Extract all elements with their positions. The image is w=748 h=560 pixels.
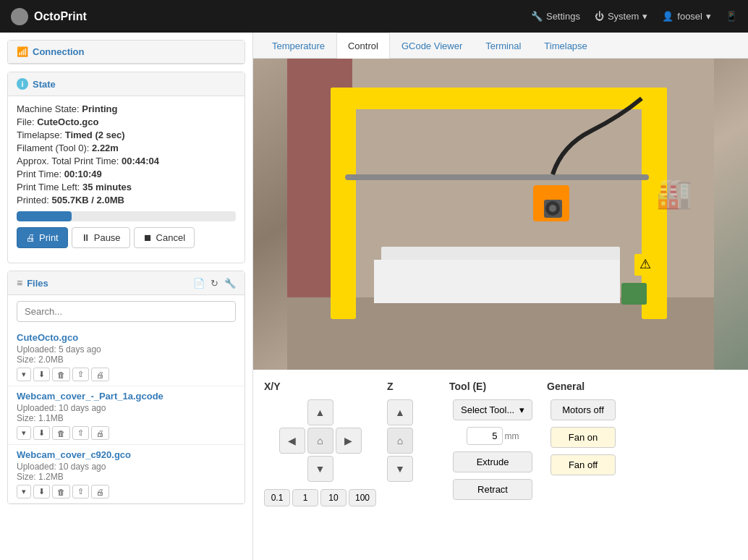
- brand: OctoPrint: [11, 8, 524, 25]
- file-action-download-1[interactable]: ⬇: [33, 368, 50, 381]
- file-action-share-1[interactable]: ⇧: [72, 368, 89, 381]
- file-row: File: CuteOcto.gco: [17, 116, 236, 127]
- xy-step-01[interactable]: 0.1: [264, 489, 290, 506]
- file-action-print-2[interactable]: 🖨: [91, 426, 109, 440]
- file-action-delete-3[interactable]: 🗑: [52, 485, 70, 499]
- user-chevron: ▾: [706, 11, 711, 22]
- printed-value: 505.7KB / 2.0MB: [51, 195, 124, 205]
- xy-step-10[interactable]: 10: [320, 489, 347, 506]
- power-icon: ⏻: [595, 11, 604, 22]
- cancel-button[interactable]: ⏹ Cancel: [134, 227, 195, 248]
- mm-input-row: mm: [467, 427, 519, 445]
- z-down-button[interactable]: ▼: [387, 456, 413, 482]
- xy-step-buttons: 0.1 1 10 100: [264, 489, 376, 506]
- pause-button[interactable]: ⏸ Pause: [72, 227, 130, 248]
- timelapse-row: Timelapse: Timed (2 sec): [17, 130, 236, 140]
- svg-rect-6: [381, 247, 620, 261]
- filament-value: 2.22m: [92, 143, 119, 153]
- xy-up-button[interactable]: ▲: [307, 399, 333, 425]
- motors-off-button[interactable]: Motors off: [551, 399, 616, 420]
- navbar: OctoPrint 🔧 Settings ⏻ System ▾ 👤 foosel…: [0, 0, 748, 33]
- xy-column: X/Y ▲ ◀ ⌂ ▶ ▼: [264, 381, 376, 506]
- settings-label: Settings: [546, 11, 580, 22]
- file-action-delete-2[interactable]: 🗑: [52, 426, 70, 440]
- user-link[interactable]: 👤 foosel ▾: [662, 11, 711, 22]
- wrench-small-icon[interactable]: 🔧: [224, 278, 236, 289]
- file-action-load-3[interactable]: ▾: [17, 485, 31, 499]
- search-input[interactable]: [17, 301, 236, 322]
- file-size-1: Size: 2.0MB: [17, 355, 64, 365]
- general-column: General Motors off Fan on Fan off: [547, 381, 619, 478]
- state-info: Machine State: Printing File: CuteOcto.g…: [17, 103, 236, 205]
- settings-link[interactable]: 🔧 Settings: [531, 11, 580, 22]
- list-item: CuteOcto.gco Uploaded: 5 days ago Size: …: [8, 328, 245, 386]
- file-action-print-3[interactable]: 🖨: [91, 485, 109, 499]
- octoprint-logo: [11, 8, 28, 25]
- file-name-1[interactable]: CuteOcto.gco: [17, 332, 236, 343]
- timelapse-value: Timed (2 sec): [65, 130, 125, 140]
- z-up-button[interactable]: ▲: [387, 399, 413, 425]
- xy-down-button[interactable]: ▼: [307, 456, 333, 482]
- file-action-load-2[interactable]: ▾: [17, 426, 31, 440]
- file-actions-1: ▾ ⬇ 🗑 ⇧ 🖨: [17, 368, 236, 381]
- dropdown-icon: ▾: [519, 404, 524, 415]
- xy-right-button[interactable]: ▶: [336, 428, 362, 454]
- printed-row: Printed: 505.7KB / 2.0MB: [17, 195, 236, 205]
- file-action-print-1[interactable]: 🖨: [91, 368, 109, 381]
- tab-gcode-viewer[interactable]: GCode Viewer: [390, 33, 474, 59]
- file-list: CuteOcto.gco Uploaded: 5 days ago Size: …: [8, 328, 245, 504]
- z-home-button[interactable]: ⌂: [387, 428, 413, 454]
- print-icon: 🖨: [26, 232, 35, 243]
- files-header-right: 📄 ↻ 🔧: [193, 278, 236, 289]
- mobile-link[interactable]: 📱: [726, 11, 737, 22]
- fan-on-button[interactable]: Fan on: [551, 427, 616, 448]
- print-button[interactable]: 🖨 Print: [17, 227, 68, 248]
- content-area: Temperature Control GCode Viewer Termina…: [253, 33, 748, 560]
- general-label: General: [547, 381, 585, 392]
- file-action-share-3[interactable]: ⇧: [72, 485, 89, 499]
- tab-control[interactable]: Control: [336, 33, 390, 59]
- select-tool-button[interactable]: Select Tool... ▾: [453, 399, 532, 420]
- main-container: 📶 Connection i State Machine State: Prin…: [0, 33, 748, 560]
- fan-off-button[interactable]: Fan off: [551, 454, 616, 475]
- filament-label: Filament (Tool 0):: [17, 143, 89, 153]
- file-name-3[interactable]: Webcam_cover_c920.gco: [17, 449, 236, 460]
- user-label: foosel: [677, 11, 702, 22]
- printed-label: Printed:: [17, 195, 49, 205]
- svg-rect-8: [345, 174, 649, 180]
- tab-temperature[interactable]: Temperature: [260, 33, 336, 59]
- file-action-delete-1[interactable]: 🗑: [52, 368, 70, 381]
- xy-step-100[interactable]: 100: [349, 489, 376, 506]
- connection-title: Connection: [33, 46, 85, 57]
- system-link[interactable]: ⏻ System ▾: [595, 11, 647, 22]
- wrench-icon: 🔧: [531, 11, 543, 22]
- cancel-label: Cancel: [156, 232, 185, 243]
- printer-image: ⚠ 🏭: [253, 59, 748, 370]
- file-action-load-1[interactable]: ▾: [17, 368, 31, 381]
- xy-left-button[interactable]: ◀: [279, 428, 305, 454]
- print-time-value: 00:10:49: [64, 169, 102, 179]
- file-action-share-2[interactable]: ⇧: [72, 426, 89, 440]
- upload-icon[interactable]: 📄: [193, 278, 205, 289]
- xy-step-1[interactable]: 1: [292, 489, 318, 506]
- extrude-button[interactable]: Extrude: [453, 451, 532, 472]
- file-label: File:: [17, 116, 35, 127]
- file-action-download-2[interactable]: ⬇: [33, 426, 50, 440]
- signal-icon: 📶: [17, 46, 28, 57]
- mobile-icon: 📱: [726, 11, 737, 22]
- file-name-2[interactable]: Webcam_cover_-_Part_1a.gcode: [17, 391, 236, 402]
- print-time-row: Print Time: 00:10:49: [17, 169, 236, 179]
- tabs-header: Temperature Control GCode Viewer Termina…: [253, 33, 748, 59]
- files-panel: ≡ Files 📄 ↻ 🔧 CuteOcto.gco Uploaded: 5 d…: [7, 271, 245, 504]
- machine-state-value: Printing: [82, 103, 117, 114]
- file-action-download-3[interactable]: ⬇: [33, 485, 50, 499]
- retract-button[interactable]: Retract: [453, 479, 532, 500]
- refresh-icon[interactable]: ↻: [211, 278, 218, 289]
- tab-terminal[interactable]: Terminal: [474, 33, 532, 59]
- timelapse-label: Timelapse:: [17, 130, 62, 140]
- tab-timelapse[interactable]: Timelapse: [532, 33, 598, 59]
- print-time-label: Print Time:: [17, 169, 61, 179]
- xy-home-button[interactable]: ⌂: [307, 428, 333, 454]
- tool-column: Tool (E) Select Tool... ▾ mm Extrude Ret…: [449, 381, 536, 500]
- mm-input[interactable]: [467, 427, 503, 445]
